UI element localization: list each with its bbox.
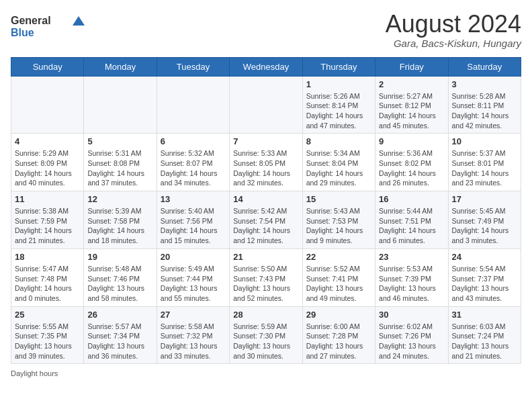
calendar-cell: 4Sunrise: 5:29 AM Sunset: 8:09 PM Daylig…	[11, 134, 84, 191]
day-number: 11	[15, 194, 80, 204]
calendar-cell: 8Sunrise: 5:34 AM Sunset: 8:04 PM Daylig…	[302, 134, 375, 191]
day-number: 18	[15, 252, 80, 262]
logo-svg: General Blue	[11, 11, 85, 41]
day-number: 23	[379, 252, 444, 262]
day-number: 3	[452, 79, 517, 89]
day-info: Sunrise: 5:39 AM Sunset: 7:58 PM Dayligh…	[87, 206, 152, 246]
day-info: Sunrise: 5:54 AM Sunset: 7:37 PM Dayligh…	[452, 264, 517, 304]
day-info: Sunrise: 5:31 AM Sunset: 8:08 PM Dayligh…	[87, 148, 152, 188]
calendar-cell: 7Sunrise: 5:33 AM Sunset: 8:05 PM Daylig…	[230, 134, 302, 191]
day-number: 21	[233, 252, 298, 262]
calendar-cell: 13Sunrise: 5:40 AM Sunset: 7:56 PM Dayli…	[157, 191, 229, 249]
day-info: Sunrise: 5:59 AM Sunset: 7:30 PM Dayligh…	[233, 322, 298, 361]
day-info: Sunrise: 5:47 AM Sunset: 7:48 PM Dayligh…	[15, 264, 80, 304]
day-number: 30	[379, 310, 444, 320]
day-info: Sunrise: 5:57 AM Sunset: 7:34 PM Dayligh…	[87, 322, 152, 361]
day-number: 27	[161, 310, 226, 320]
day-number: 19	[87, 252, 152, 262]
day-number: 7	[233, 136, 298, 146]
day-number: 2	[379, 79, 444, 89]
calendar-cell: 19Sunrise: 5:48 AM Sunset: 7:46 PM Dayli…	[84, 248, 157, 306]
day-info: Sunrise: 5:55 AM Sunset: 7:35 PM Dayligh…	[15, 322, 80, 361]
calendar-cell	[230, 76, 302, 134]
day-info: Sunrise: 5:42 AM Sunset: 7:54 PM Dayligh…	[233, 206, 298, 246]
day-info: Sunrise: 5:27 AM Sunset: 8:12 PM Dayligh…	[379, 91, 444, 131]
calendar-cell	[84, 76, 157, 134]
day-number: 1	[306, 79, 371, 89]
day-info: Sunrise: 5:26 AM Sunset: 8:14 PM Dayligh…	[306, 91, 371, 131]
calendar-cell: 16Sunrise: 5:44 AM Sunset: 7:51 PM Dayli…	[375, 191, 448, 249]
day-info: Sunrise: 5:48 AM Sunset: 7:46 PM Dayligh…	[87, 264, 152, 304]
day-info: Sunrise: 5:32 AM Sunset: 8:07 PM Dayligh…	[161, 148, 226, 188]
day-number: 26	[87, 310, 152, 320]
calendar-cell: 26Sunrise: 5:57 AM Sunset: 7:34 PM Dayli…	[84, 306, 157, 364]
calendar-cell: 3Sunrise: 5:28 AM Sunset: 8:11 PM Daylig…	[448, 76, 521, 134]
calendar-cell: 9Sunrise: 5:36 AM Sunset: 8:02 PM Daylig…	[375, 134, 448, 191]
legend: Daylight hours	[11, 369, 521, 377]
calendar-cell: 15Sunrise: 5:43 AM Sunset: 7:53 PM Dayli…	[302, 191, 375, 249]
svg-text:General: General	[11, 15, 51, 26]
calendar-cell: 28Sunrise: 5:59 AM Sunset: 7:30 PM Dayli…	[230, 306, 302, 364]
logo: General Blue	[11, 11, 85, 41]
calendar-cell	[11, 76, 84, 134]
day-info: Sunrise: 5:34 AM Sunset: 8:04 PM Dayligh…	[306, 148, 371, 188]
calendar-cell: 30Sunrise: 6:02 AM Sunset: 7:26 PM Dayli…	[375, 306, 448, 364]
day-info: Sunrise: 6:00 AM Sunset: 7:28 PM Dayligh…	[306, 322, 371, 361]
day-info: Sunrise: 5:58 AM Sunset: 7:32 PM Dayligh…	[161, 322, 226, 361]
calendar-cell: 31Sunrise: 6:03 AM Sunset: 7:24 PM Dayli…	[448, 306, 521, 364]
calendar-cell: 27Sunrise: 5:58 AM Sunset: 7:32 PM Dayli…	[157, 306, 229, 364]
calendar-cell: 10Sunrise: 5:37 AM Sunset: 8:01 PM Dayli…	[448, 134, 521, 191]
calendar-cell: 1Sunrise: 5:26 AM Sunset: 8:14 PM Daylig…	[302, 76, 375, 134]
calendar-cell: 17Sunrise: 5:45 AM Sunset: 7:49 PM Dayli…	[448, 191, 521, 249]
day-number: 12	[87, 194, 152, 204]
calendar-table: SundayMondayTuesdayWednesdayThursdayFrid…	[11, 57, 521, 365]
month-year-title: August 2024	[386, 11, 521, 38]
calendar-cell: 22Sunrise: 5:52 AM Sunset: 7:41 PM Dayli…	[302, 248, 375, 306]
day-info: Sunrise: 5:37 AM Sunset: 8:01 PM Dayligh…	[452, 148, 517, 188]
day-number: 20	[161, 252, 226, 262]
day-number: 6	[161, 136, 226, 146]
day-number: 25	[15, 310, 80, 320]
calendar-cell	[157, 76, 229, 134]
day-of-week-header: Tuesday	[157, 57, 229, 76]
day-of-week-header: Saturday	[448, 57, 521, 76]
day-number: 29	[306, 310, 371, 320]
calendar-cell: 24Sunrise: 5:54 AM Sunset: 7:37 PM Dayli…	[448, 248, 521, 306]
day-info: Sunrise: 5:45 AM Sunset: 7:49 PM Dayligh…	[452, 206, 517, 246]
calendar-cell: 21Sunrise: 5:50 AM Sunset: 7:43 PM Dayli…	[230, 248, 302, 306]
day-number: 15	[306, 194, 371, 204]
day-number: 28	[233, 310, 298, 320]
day-number: 8	[306, 136, 371, 146]
calendar-cell: 11Sunrise: 5:38 AM Sunset: 7:59 PM Dayli…	[11, 191, 84, 249]
day-number: 5	[87, 136, 152, 146]
day-number: 4	[15, 136, 80, 146]
day-info: Sunrise: 5:49 AM Sunset: 7:44 PM Dayligh…	[161, 264, 226, 304]
day-info: Sunrise: 5:38 AM Sunset: 7:59 PM Dayligh…	[15, 206, 80, 246]
day-info: Sunrise: 5:33 AM Sunset: 8:05 PM Dayligh…	[233, 148, 298, 188]
calendar-cell: 2Sunrise: 5:27 AM Sunset: 8:12 PM Daylig…	[375, 76, 448, 134]
day-number: 22	[306, 252, 371, 262]
day-of-week-header: Sunday	[11, 57, 84, 76]
day-number: 13	[161, 194, 226, 204]
day-number: 9	[379, 136, 444, 146]
day-info: Sunrise: 5:50 AM Sunset: 7:43 PM Dayligh…	[233, 264, 298, 304]
calendar-cell: 25Sunrise: 5:55 AM Sunset: 7:35 PM Dayli…	[11, 306, 84, 364]
day-number: 31	[452, 310, 517, 320]
day-info: Sunrise: 5:52 AM Sunset: 7:41 PM Dayligh…	[306, 264, 371, 304]
day-number: 16	[379, 194, 444, 204]
calendar-cell: 18Sunrise: 5:47 AM Sunset: 7:48 PM Dayli…	[11, 248, 84, 306]
day-info: Sunrise: 5:36 AM Sunset: 8:02 PM Dayligh…	[379, 148, 444, 188]
legend-label: Daylight hours	[11, 369, 58, 377]
day-info: Sunrise: 5:28 AM Sunset: 8:11 PM Dayligh…	[452, 91, 517, 131]
calendar-cell: 23Sunrise: 5:53 AM Sunset: 7:39 PM Dayli…	[375, 248, 448, 306]
day-number: 14	[233, 194, 298, 204]
day-info: Sunrise: 5:43 AM Sunset: 7:53 PM Dayligh…	[306, 206, 371, 246]
day-number: 17	[452, 194, 517, 204]
calendar-cell: 14Sunrise: 5:42 AM Sunset: 7:54 PM Dayli…	[230, 191, 302, 249]
day-number: 10	[452, 136, 517, 146]
page-header: General Blue August 2024 Gara, Bacs-Kisk…	[11, 11, 521, 49]
day-info: Sunrise: 5:29 AM Sunset: 8:09 PM Dayligh…	[15, 148, 80, 188]
title-area: August 2024 Gara, Bacs-Kiskun, Hungary	[386, 11, 521, 49]
day-of-week-header: Friday	[375, 57, 448, 76]
day-info: Sunrise: 5:40 AM Sunset: 7:56 PM Dayligh…	[161, 206, 226, 246]
